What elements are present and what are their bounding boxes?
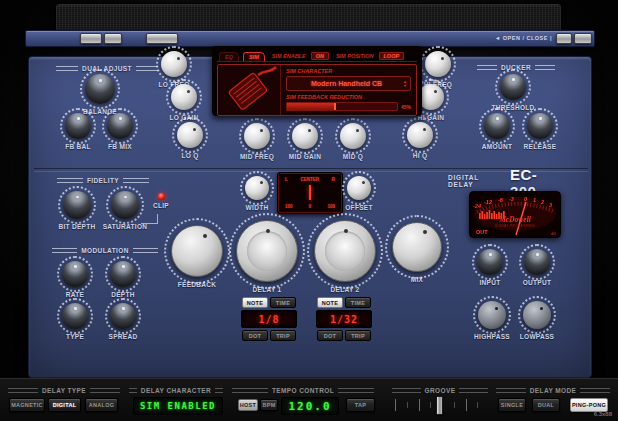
release-label: RELEASE [524, 143, 557, 150]
saturation-label: SATURATION [103, 223, 148, 230]
hi-freq-knob[interactable] [425, 51, 451, 77]
fb-bal-knob[interactable] [65, 113, 91, 139]
tab-eq[interactable]: EQ [219, 52, 239, 61]
delay-type-digital-button[interactable]: DIGITAL [48, 398, 81, 412]
pan-max-value: 100 [327, 204, 335, 209]
open-close-toggle[interactable]: ◄ OPEN / CLOSE | [495, 35, 552, 41]
mid-freq-knob[interactable] [244, 123, 270, 149]
lo-q-control: LO Q [166, 122, 214, 159]
header-line [496, 388, 526, 393]
fb-bal-control: FB BAL [54, 113, 102, 150]
rate-control: RATE [51, 261, 99, 298]
delay-mode-dual-button[interactable]: DUAL [532, 398, 560, 412]
release-knob[interactable] [527, 113, 553, 139]
fb-mix-knob[interactable] [107, 113, 133, 139]
delay-mode-ping-pong-button[interactable]: PING-PONG [570, 398, 608, 412]
spread-knob[interactable] [110, 303, 136, 329]
tab-sim[interactable]: SIM [243, 52, 265, 61]
spread-label: SPREAD [109, 333, 138, 340]
sim-display-screen: SIM CHARACTER Modern Handheld CB ▲ ▼ SIM… [217, 64, 417, 116]
tap-button[interactable]: TAP [346, 398, 375, 412]
header-line [52, 248, 77, 253]
header-line [477, 65, 497, 70]
amount-knob[interactable] [484, 113, 510, 139]
delay-2-dot-button[interactable]: DOT [317, 330, 343, 341]
sim-character-select[interactable]: Modern Handheld CB ▲ ▼ [286, 76, 411, 91]
depth-control: DEPTH [99, 261, 147, 298]
offset-control: OFFSET [335, 176, 383, 211]
delay-2-note-button[interactable]: NOTE [317, 297, 343, 308]
arrow-down-icon[interactable]: ▼ [403, 84, 407, 88]
bpm-display: 120.0 [281, 397, 339, 415]
tempo-bpm-button[interactable]: BPM [260, 399, 278, 411]
hi-gain-label: HI GAIN [418, 114, 445, 121]
offset-knob[interactable] [347, 176, 371, 200]
highpass-label: HIGHPASS [474, 333, 510, 340]
delay-1-dot-button[interactable]: DOT [242, 330, 268, 341]
header-line [232, 388, 268, 393]
svg-text:3: 3 [549, 202, 552, 208]
delay-1-time-button[interactable]: TIME [270, 297, 296, 308]
lowpass-knob[interactable] [523, 301, 551, 329]
input-label: INPUT [480, 279, 501, 286]
balance-knob[interactable] [85, 74, 115, 104]
mix-knob[interactable] [392, 222, 442, 272]
groove-slider-handle[interactable] [436, 396, 443, 415]
sim-enable-value[interactable]: ON [311, 52, 329, 60]
cb-mic-illustration [218, 65, 281, 115]
groove-slider[interactable] [393, 398, 487, 412]
lo-gain-knob[interactable] [171, 84, 197, 110]
mid-gain-knob[interactable] [292, 123, 318, 149]
svg-text:dB: dB [551, 231, 556, 236]
hi-q-control: HI Q [396, 122, 444, 159]
feedback-reduction-value: 45% [401, 104, 411, 110]
lo-q-knob[interactable] [177, 122, 203, 148]
header-line [392, 388, 421, 393]
lo-freq-knob[interactable] [161, 51, 187, 77]
feedback-reduction-slider[interactable] [286, 102, 398, 111]
delay-1-knob[interactable] [236, 220, 298, 282]
highpass-knob[interactable] [478, 301, 506, 329]
mid-q-knob[interactable] [340, 123, 366, 149]
delay-2-trip-button[interactable]: TRIP [345, 330, 371, 341]
feedback-knob[interactable] [171, 225, 223, 277]
header-line [133, 248, 158, 253]
sim-position-label: SIM POSITION [336, 53, 374, 59]
width-label: WIDTH [246, 204, 269, 211]
svg-text:-24: -24 [473, 203, 481, 209]
bit-depth-knob[interactable] [63, 191, 91, 219]
product-line-label: DIGITAL DELAY [448, 174, 503, 188]
delay-mode-single-button[interactable]: SINGLE [498, 398, 526, 412]
delay-type-analog-button[interactable]: ANALOG [85, 398, 118, 412]
width-knob[interactable] [245, 176, 269, 200]
pan-left-label: L [285, 177, 288, 182]
header-line [56, 66, 78, 71]
hi-q-knob[interactable] [407, 122, 433, 148]
mix-control: MIX [392, 222, 442, 283]
sim-character-value: Modern Handheld CB [290, 80, 403, 87]
threshold-knob[interactable] [500, 74, 526, 100]
groove-header: GROOVE [392, 387, 488, 394]
brand-logo: McDowell [498, 215, 532, 224]
svg-text:-3: -3 [509, 196, 514, 202]
svg-text:1: 1 [533, 197, 536, 203]
latch-clip [104, 33, 122, 44]
pan-display: L CENTER R 100 0 100 [277, 172, 343, 214]
delay-1-trip-button[interactable]: TRIP [270, 330, 296, 341]
input-knob[interactable] [477, 249, 503, 275]
delay-2-time-button[interactable]: TIME [345, 297, 371, 308]
tempo-host-button[interactable]: HOST [238, 399, 258, 411]
clip-indicator: CLIP [147, 193, 175, 209]
delay-2-note-display: 1/32 [316, 310, 372, 328]
input-control: INPUT [466, 249, 514, 286]
delay-type-magnetic-button[interactable]: MAGNETIC [9, 398, 45, 412]
rate-knob[interactable] [62, 261, 88, 287]
saturation-knob[interactable] [111, 191, 139, 219]
lo-gain-control: LO GAIN [160, 84, 208, 121]
output-knob[interactable] [524, 249, 550, 275]
sim-position-value[interactable]: LOOP [379, 52, 405, 60]
delay-1-note-button[interactable]: NOTE [242, 297, 268, 308]
depth-knob[interactable] [110, 261, 136, 287]
type-knob[interactable] [62, 303, 88, 329]
delay-2-knob[interactable] [314, 220, 376, 282]
